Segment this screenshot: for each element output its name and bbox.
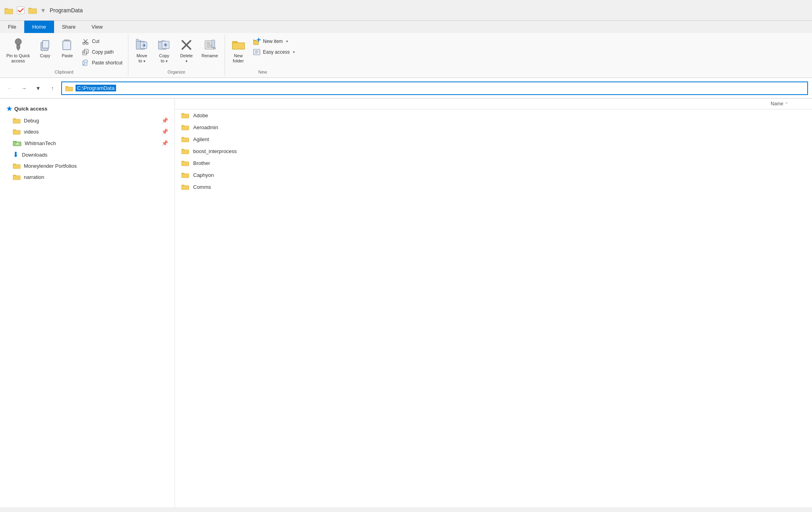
easy-access-label: Easy access — [263, 49, 290, 55]
new-small-buttons: New item ▾ Easy access ▾ — [250, 36, 297, 57]
move-to-button[interactable]: Moveto ▾ — [132, 36, 152, 65]
svg-rect-73 — [182, 186, 189, 190]
rename-button[interactable]: Rename — [198, 36, 221, 60]
address-text: C:\ProgramData — [76, 85, 116, 91]
clipboard-content: Pin to Quickaccess Copy — [3, 36, 125, 68]
new-folder-icon — [231, 38, 246, 52]
svg-rect-65 — [182, 138, 189, 142]
ribbon-group-new: Newfolder New item ▾ — [225, 35, 300, 76]
file-item-adobe[interactable]: Adobe — [175, 109, 812, 121]
file-name-caphyon: Caphyon — [193, 172, 214, 178]
copy-to-button[interactable]: Copyto ▾ — [154, 36, 174, 65]
nav-item-narration[interactable]: narration — [0, 171, 174, 182]
svg-rect-63 — [182, 126, 189, 130]
downloads-icon: ⬇ — [13, 151, 19, 158]
file-item-caphyon[interactable]: Caphyon — [175, 169, 812, 181]
delete-label: Delete▾ — [180, 53, 193, 64]
svg-text:W: W — [83, 51, 85, 54]
svg-rect-35 — [212, 40, 215, 48]
file-name-adobe: Adobe — [193, 112, 208, 118]
tab-home[interactable]: Home — [24, 21, 54, 33]
nav-item-whitmantech-label: WhitmanTech — [25, 140, 56, 146]
file-item-agilent[interactable]: Agilent — [175, 133, 812, 145]
cut-button[interactable]: Cut — [79, 36, 125, 47]
paste-shortcut-button[interactable]: Paste shortcut — [79, 58, 125, 68]
title-separator: ▾ — [41, 6, 45, 15]
new-folder-label: Newfolder — [233, 53, 244, 64]
nav-item-moneylender[interactable]: Moneylender Portfolios — [0, 160, 174, 171]
nav-item-videos[interactable]: videos 📌 — [0, 126, 174, 137]
recent-locations-button[interactable]: ▼ — [33, 83, 44, 94]
sort-arrow: ⌃ — [785, 102, 788, 106]
cut-icon — [81, 37, 89, 45]
svg-rect-10 — [63, 41, 71, 50]
easy-access-button[interactable]: Easy access ▾ — [250, 47, 297, 57]
copy-to-icon — [157, 38, 171, 52]
new-group-label: New — [258, 68, 267, 74]
qat-folder2-icon[interactable] — [28, 6, 37, 15]
svg-rect-71 — [182, 174, 189, 178]
rename-label: Rename — [202, 53, 218, 58]
title-text: ProgramData — [50, 7, 83, 14]
file-item-comms[interactable]: Comms — [175, 181, 812, 193]
svg-rect-8 — [43, 41, 49, 48]
file-name-comms: Comms — [193, 184, 211, 190]
nav-pane: ★ Quick access Debug 📌 videos 📌 — [0, 99, 175, 507]
svg-rect-11 — [65, 40, 69, 41]
pin-icon — [11, 38, 25, 52]
back-button[interactable]: ← — [4, 83, 15, 94]
nav-item-debug[interactable]: Debug 📌 — [0, 115, 174, 126]
ribbon-group-clipboard: Pin to Quickaccess Copy — [0, 35, 128, 76]
svg-rect-57 — [13, 165, 20, 169]
address-input[interactable]: C:\ProgramData — [61, 81, 808, 95]
nav-item-whitmantech[interactable]: WhitmanTech 📌 — [0, 137, 174, 149]
svg-rect-49 — [66, 87, 73, 91]
title-bar: ▾ ProgramData — [0, 0, 812, 21]
forward-button[interactable]: → — [18, 83, 29, 94]
name-column-header[interactable]: Name ⌃ — [771, 101, 788, 107]
move-to-icon — [135, 38, 149, 52]
quick-access-label: Quick access — [14, 106, 47, 112]
new-folder-button[interactable]: Newfolder — [228, 36, 249, 65]
svg-rect-20 — [84, 60, 87, 62]
nav-item-downloads-label: Downloads — [22, 152, 47, 158]
copy-path-icon: W — [81, 48, 89, 56]
main-content: ★ Quick access Debug 📌 videos 📌 — [0, 99, 812, 507]
paste-label: Paste — [62, 53, 73, 58]
delete-button[interactable]: Delete▾ — [176, 36, 197, 65]
quick-access-header[interactable]: ★ Quick access — [0, 103, 174, 115]
ribbon-group-organize: Moveto ▾ Copyto ▾ — [128, 35, 225, 76]
svg-rect-34 — [206, 47, 211, 48]
svg-rect-53 — [13, 130, 20, 134]
tab-file[interactable]: File — [0, 21, 24, 33]
name-column-label: Name — [771, 101, 783, 107]
pin-to-quick-access-button[interactable]: Pin to Quickaccess — [3, 36, 33, 65]
file-item-brother[interactable]: Brother — [175, 157, 812, 169]
address-bar: ← → ▼ ↑ C:\ProgramData — [0, 78, 812, 99]
qat-check-icon[interactable] — [16, 6, 25, 15]
copy-path-label: Copy path — [92, 49, 114, 55]
paste-button[interactable]: Paste — [57, 36, 78, 60]
svg-rect-37 — [213, 48, 215, 49]
copy-button[interactable]: Copy — [35, 36, 55, 60]
nav-item-downloads[interactable]: ⬇ Downloads — [0, 149, 174, 160]
delete-icon — [179, 38, 194, 52]
qat-folder-icon[interactable] — [4, 6, 14, 15]
tab-view[interactable]: View — [83, 21, 110, 33]
tab-share[interactable]: Share — [54, 21, 84, 33]
copy-path-button[interactable]: W Copy path — [79, 47, 125, 57]
rename-icon — [203, 38, 217, 52]
svg-rect-51 — [13, 119, 20, 123]
organize-group-label: Organize — [168, 68, 186, 74]
pin-icon-debug: 📌 — [161, 117, 168, 124]
new-content: Newfolder New item ▾ — [228, 36, 297, 68]
new-item-button[interactable]: New item ▾ — [250, 36, 297, 47]
star-icon: ★ — [6, 105, 12, 112]
svg-rect-32 — [206, 42, 210, 44]
move-to-label: Moveto ▾ — [137, 53, 147, 64]
nav-item-debug-label: Debug — [24, 118, 39, 124]
up-button[interactable]: ↑ — [47, 83, 58, 94]
nav-item-narration-label: narration — [24, 174, 44, 180]
file-item-boost[interactable]: boost_interprocess — [175, 145, 812, 157]
file-item-aeroadmin[interactable]: Aeroadmin — [175, 121, 812, 133]
